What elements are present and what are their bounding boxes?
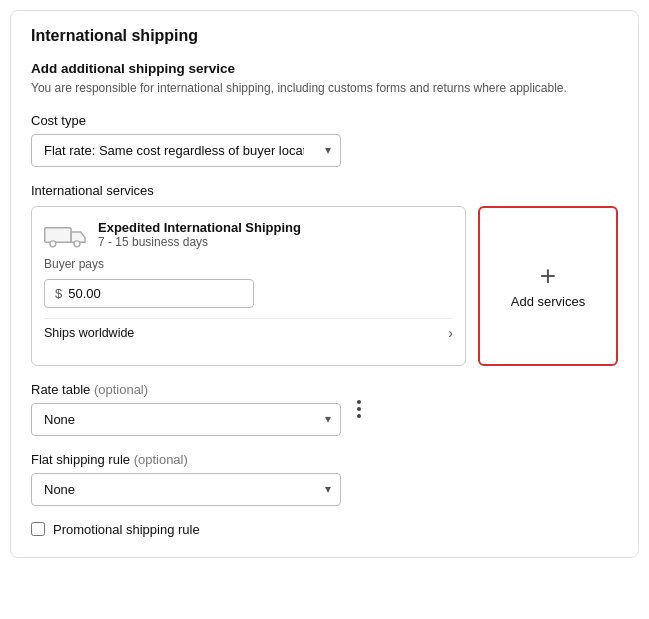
rate-table-select[interactable]: None	[31, 403, 341, 436]
flat-shipping-section: Flat shipping rule (optional) None ▾	[31, 452, 618, 506]
add-services-plus-icon: +	[540, 262, 556, 290]
add-service-description: You are responsible for international sh…	[31, 80, 618, 97]
price-input-wrapper[interactable]: $	[44, 279, 254, 308]
service-name: Expedited International Shipping	[98, 220, 301, 235]
service-info: Expedited International Shipping 7 - 15 …	[98, 220, 301, 249]
svg-rect-0	[45, 227, 71, 242]
rate-table-label: Rate table (optional)	[31, 382, 341, 397]
buyer-pays-label: Buyer pays	[44, 257, 453, 271]
add-services-card[interactable]: + Add services	[478, 206, 618, 366]
truck-icon	[44, 219, 88, 251]
services-row: Expedited International Shipping 7 - 15 …	[31, 206, 618, 366]
ships-worldwide-chevron-icon: ›	[448, 325, 453, 341]
flat-shipping-select-wrapper[interactable]: None ▾	[31, 473, 341, 506]
svg-point-2	[74, 241, 80, 247]
ships-worldwide-text: Ships worldwide	[44, 326, 134, 340]
rate-table-select-wrapper[interactable]: None ▾	[31, 403, 341, 436]
price-symbol: $	[55, 286, 62, 301]
page-title: International shipping	[31, 27, 618, 45]
add-service-subtitle: Add additional shipping service	[31, 61, 618, 76]
svg-point-1	[50, 241, 56, 247]
promo-shipping-row[interactable]: Promotional shipping rule	[31, 522, 618, 537]
dot-3	[357, 414, 361, 418]
service-card-header: Expedited International Shipping 7 - 15 …	[44, 219, 453, 251]
cost-type-select[interactable]: Flat rate: Same cost regardless of buyer…	[31, 134, 341, 167]
flat-shipping-label: Flat shipping rule (optional)	[31, 452, 618, 467]
cost-type-select-wrapper[interactable]: Flat rate: Same cost regardless of buyer…	[31, 134, 341, 167]
rate-table-more-options-button[interactable]	[351, 391, 367, 427]
intl-services-label: International services	[31, 183, 618, 198]
dot-1	[357, 400, 361, 404]
promo-shipping-label: Promotional shipping rule	[53, 522, 200, 537]
service-days: 7 - 15 business days	[98, 235, 301, 249]
promo-shipping-checkbox[interactable]	[31, 522, 45, 536]
flat-shipping-select[interactable]: None	[31, 473, 341, 506]
add-services-label: Add services	[511, 294, 585, 309]
dot-2	[357, 407, 361, 411]
rate-table-row: Rate table (optional) None ▾	[31, 382, 618, 436]
cost-type-label: Cost type	[31, 113, 618, 128]
price-input[interactable]	[68, 286, 243, 301]
service-card: Expedited International Shipping 7 - 15 …	[31, 206, 466, 366]
international-shipping-panel: International shipping Add additional sh…	[10, 10, 639, 558]
ships-worldwide-row[interactable]: Ships worldwide ›	[44, 318, 453, 341]
